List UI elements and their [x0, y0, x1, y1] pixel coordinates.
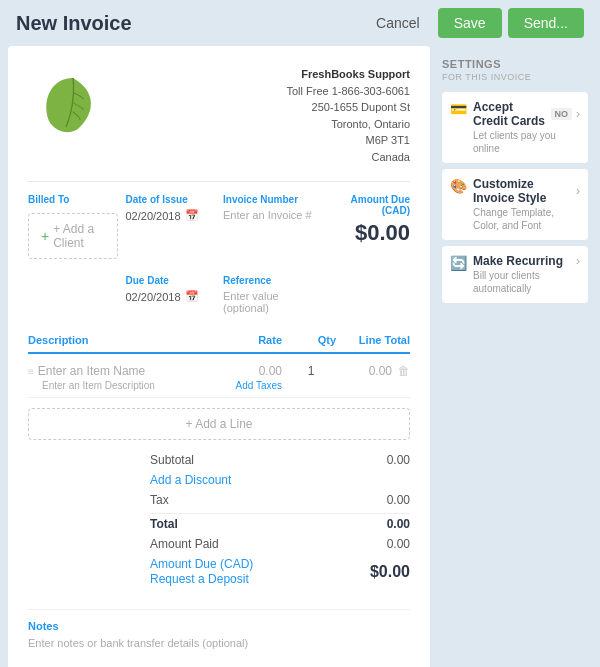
totals-section: Subtotal 0.00 Add a Discount Tax 0.00 To…	[150, 450, 410, 589]
invoice-number-input[interactable]: Enter an Invoice #	[223, 209, 313, 221]
date-of-issue-field: Date of Issue 02/20/2018 📅	[126, 194, 216, 259]
item-desc-input[interactable]: Enter an Item Description	[42, 380, 198, 391]
top-bar: New Invoice Cancel Save Send...	[0, 0, 600, 46]
total-value: 0.00	[387, 517, 410, 531]
settings-item-make-recurring[interactable]: 🔄 Make Recurring › Bill your clients aut…	[442, 246, 588, 303]
total-label: Total	[150, 517, 178, 531]
amount-due-total-label[interactable]: Amount Due (CAD)	[150, 557, 253, 571]
rate-col-header: Rate	[202, 334, 282, 346]
accept-credit-cards-desc: Let clients pay you online	[473, 129, 580, 155]
amount-due-links: Amount Due (CAD) Request a Deposit	[150, 557, 253, 586]
rate-col: 0.00 Add Taxes	[202, 364, 282, 391]
logo-leaf-icon	[38, 71, 108, 141]
line-total-col-header: Line Total	[340, 334, 410, 346]
tax-value: 0.00	[387, 493, 410, 507]
due-date-label: Due Date	[126, 275, 216, 286]
company-address2: Toronto, Ontario	[286, 116, 410, 133]
add-line-button[interactable]: + Add a Line	[28, 408, 410, 440]
subtotal-value: 0.00	[387, 453, 410, 467]
amount-due-total-value: $0.00	[370, 563, 410, 581]
amount-due-value: $0.00	[321, 220, 411, 246]
customize-invoice-desc: Change Template, Color, and Font	[473, 206, 580, 232]
company-name: FreshBooks Support	[286, 66, 410, 83]
date-of-issue-value[interactable]: 02/20/2018 📅	[126, 209, 216, 222]
total-row: Total 0.00	[150, 513, 410, 534]
company-address3: M6P 3T1	[286, 132, 410, 149]
amount-due-field: Amount Due (CAD) $0.00	[321, 194, 411, 259]
invoice-panel: FreshBooks Support Toll Free 1-866-303-6…	[8, 46, 430, 667]
amount-paid-row: Amount Paid 0.00	[150, 534, 410, 554]
due-date-calendar-icon: 📅	[185, 290, 199, 303]
settings-item-accept-credit-cards-label: Accept Credit Cards	[473, 100, 551, 128]
tax-label: Tax	[150, 493, 169, 507]
company-phone: Toll Free 1-866-303-6061	[286, 83, 410, 100]
reference-label: Reference	[223, 275, 313, 286]
due-date-value[interactable]: 02/20/2018 📅	[126, 290, 216, 303]
rate-input[interactable]: 0.00	[259, 364, 282, 378]
settings-item-customize-content: Customize Invoice Style › Change Templat…	[473, 177, 580, 232]
description-col-header: Description	[28, 334, 198, 346]
send-button[interactable]: Send...	[508, 8, 584, 38]
settings-item-accept-credit-cards[interactable]: 💳 Accept Credit Cards NO › Let clients p…	[442, 92, 588, 163]
palette-icon: 🎨	[450, 178, 467, 194]
cancel-button[interactable]: Cancel	[364, 9, 432, 37]
settings-item-customize-header: Customize Invoice Style ›	[473, 177, 580, 205]
notes-input[interactable]: Enter notes or bank transfer details (op…	[28, 636, 410, 651]
item-name-row: ≡ Enter an Item Name	[28, 364, 198, 378]
settings-title: Settings	[442, 58, 588, 70]
tax-row: Tax 0.00	[150, 490, 410, 510]
notes-section: Notes Enter notes or bank transfer detai…	[28, 609, 410, 651]
chevron-right-icon-2: ›	[576, 184, 580, 198]
save-button[interactable]: Save	[438, 8, 502, 38]
drag-handle-icon: ≡	[28, 366, 34, 377]
notes-label: Notes	[28, 620, 410, 632]
invoice-header: FreshBooks Support Toll Free 1-866-303-6…	[28, 66, 410, 165]
settings-item-accept-credit-cards-content: Accept Credit Cards NO › Let clients pay…	[473, 100, 580, 155]
credit-card-icon: 💳	[450, 101, 467, 117]
line-items-header: Description Rate Qty Line Total	[28, 334, 410, 354]
due-date-field: Due Date 02/20/2018 📅	[126, 275, 216, 314]
line-total-col: 0.00 🗑	[340, 364, 410, 378]
company-address4: Canada	[286, 149, 410, 166]
qty-col: 1	[286, 364, 336, 378]
add-taxes-button[interactable]: Add Taxes	[235, 380, 282, 391]
main-layout: FreshBooks Support Toll Free 1-866-303-6…	[0, 46, 600, 667]
add-client-button[interactable]: + + Add a Client	[28, 213, 118, 259]
add-discount-button[interactable]: Add a Discount	[150, 473, 231, 487]
billed-to-field-empty	[28, 275, 118, 314]
reference-input[interactable]: Enter value (optional)	[223, 290, 313, 314]
invoice-fields-row2: Due Date 02/20/2018 📅 Reference Enter va…	[28, 275, 410, 314]
settings-panel: Settings For This Invoice 💳 Accept Credi…	[430, 46, 600, 667]
settings-item-recurring-content: Make Recurring › Bill your clients autom…	[473, 254, 580, 295]
settings-item-accept-credit-cards-header: Accept Credit Cards NO ›	[473, 100, 580, 128]
amount-paid-value: 0.00	[387, 537, 410, 551]
page-title: New Invoice	[16, 12, 364, 35]
add-client-icon: +	[41, 228, 49, 244]
settings-item-customize-invoice[interactable]: 🎨 Customize Invoice Style › Change Templ…	[442, 169, 588, 240]
accept-credit-cards-badge-row: NO ›	[551, 107, 581, 121]
request-deposit-button[interactable]: Request a Deposit	[150, 572, 253, 586]
amount-paid-label: Amount Paid	[150, 537, 219, 551]
line-item-desc: ≡ Enter an Item Name Enter an Item Descr…	[28, 364, 198, 391]
invoice-number-field: Invoice Number Enter an Invoice #	[223, 194, 313, 259]
make-recurring-desc: Bill your clients automatically	[473, 269, 580, 295]
qty-input[interactable]: 1	[308, 364, 315, 378]
chevron-right-icon-3: ›	[576, 254, 580, 268]
amount-due-right-empty	[321, 275, 411, 314]
settings-item-recurring-label: Make Recurring	[473, 254, 563, 268]
billed-to-field: Billed To + + Add a Client	[28, 194, 118, 259]
subtotal-label: Subtotal	[150, 453, 194, 467]
delete-line-icon[interactable]: 🗑	[398, 364, 410, 378]
line-total-value: 0.00	[369, 364, 392, 378]
subtotal-row: Subtotal 0.00	[150, 450, 410, 470]
recurring-icon: 🔄	[450, 255, 467, 271]
settings-item-recurring-header: Make Recurring ›	[473, 254, 580, 268]
logo-area	[28, 66, 118, 146]
invoice-fields-row1: Billed To + + Add a Client Date of Issue…	[28, 181, 410, 259]
item-name-input[interactable]: Enter an Item Name	[38, 364, 145, 378]
billed-to-label: Billed To	[28, 194, 118, 205]
date-of-issue-label: Date of Issue	[126, 194, 216, 205]
chevron-right-icon: ›	[576, 107, 580, 121]
accept-credit-cards-badge: NO	[551, 108, 573, 120]
amount-due-label: Amount Due (CAD)	[321, 194, 411, 216]
